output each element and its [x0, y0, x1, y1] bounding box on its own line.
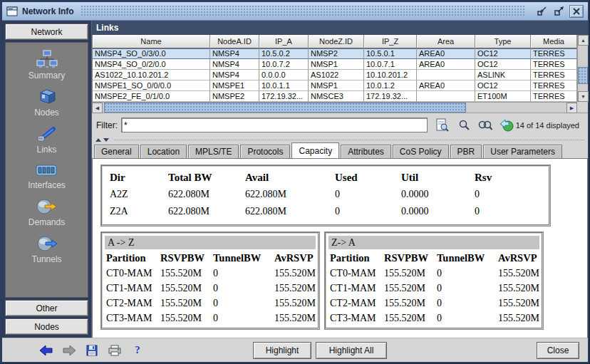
- cell-name[interactable]: NMSPE1_SO_0/0/0.0: [93, 80, 210, 91]
- cell-name[interactable]: AS1022_10.10.201.2: [93, 70, 210, 80]
- tab-mplste[interactable]: MPLS/TE: [188, 145, 239, 158]
- highlight-button[interactable]: Highlight: [253, 342, 311, 359]
- filter-input[interactable]: [121, 118, 428, 132]
- column-header-media[interactable]: Media: [531, 35, 577, 48]
- cell-ipz[interactable]: 10.5.0.1: [364, 48, 417, 59]
- horizontal-scroll-thumb[interactable]: [104, 103, 466, 113]
- tab-capacity[interactable]: Capacity: [291, 142, 339, 158]
- split-divider[interactable]: [92, 137, 588, 142]
- cell-area[interactable]: AREA0: [417, 80, 475, 91]
- column-header-type[interactable]: Type: [475, 35, 531, 48]
- search-button[interactable]: [456, 118, 472, 132]
- forward-button[interactable]: [62, 344, 76, 357]
- cell-name[interactable]: NMSPE2_FE_0/1/0.0: [93, 91, 210, 102]
- sidebar-item-summary[interactable]: Summary: [29, 50, 65, 80]
- highlight-all-button[interactable]: Highlight All: [316, 342, 387, 359]
- table-row[interactable]: NMSP4_SO_0/2/0.0 NMSP4 10.0.7.2 NMSP1 10…: [93, 59, 577, 70]
- vertical-scroll-thumb[interactable]: [578, 67, 588, 84]
- cell-ipz[interactable]: 10.10.201.2: [364, 70, 417, 80]
- table-row[interactable]: NMSP4_SO_0/3/0.0 NMSP4 10.5.0.2 NMSP2 10…: [93, 48, 577, 59]
- cell-nodez[interactable]: NMSP2: [309, 48, 364, 59]
- cell-type[interactable]: OC12: [475, 80, 531, 91]
- cell-name[interactable]: NMSP4_SO_0/3/0.0: [93, 48, 210, 59]
- help-button[interactable]: ?: [130, 344, 145, 357]
- cell-area[interactable]: [417, 70, 475, 80]
- vertical-scroll-track[interactable]: [578, 46, 588, 91]
- expand-up-icon[interactable]: [95, 138, 101, 142]
- vertical-scrollbar[interactable]: ▲ ▼: [577, 35, 588, 102]
- sidebar-item-demands[interactable]: Demands: [29, 198, 65, 227]
- cell-nodea[interactable]: NMSP4: [210, 48, 259, 59]
- scroll-right-button[interactable]: ▶: [566, 103, 577, 113]
- cell-type[interactable]: ASLINK: [475, 70, 531, 80]
- cell-nodez[interactable]: NMSP1: [309, 80, 364, 91]
- column-header-nodea[interactable]: NodeA.ID: [210, 35, 259, 48]
- table-row[interactable]: NMSPE1_SO_0/0/0.0 NMSPE1 10.0.1.1 NMSP1 …: [93, 80, 577, 91]
- tab-protocols[interactable]: Protocols: [240, 145, 290, 158]
- cell-ipa[interactable]: 10.5.0.2: [259, 48, 309, 59]
- column-header-ipa[interactable]: IP_A: [259, 35, 309, 48]
- horizontal-scroll-track[interactable]: [103, 103, 566, 113]
- close-window-button[interactable]: [569, 5, 584, 18]
- cell-ipa[interactable]: 172.19.32...: [259, 91, 309, 102]
- sidebar-item-links[interactable]: Links: [36, 125, 58, 155]
- cell-ipa[interactable]: 10.0.1.1: [259, 80, 309, 91]
- other-category-button[interactable]: Other: [5, 300, 88, 316]
- column-header-name[interactable]: Name: [93, 35, 210, 48]
- cell-media[interactable]: TERRES: [531, 91, 577, 102]
- cell-ipa[interactable]: 10.0.7.2: [259, 59, 309, 70]
- cell-nodea[interactable]: NMSPE1: [210, 80, 259, 91]
- tab-user-parameters[interactable]: User Parameters: [483, 145, 562, 158]
- collapse-down-icon[interactable]: [103, 138, 109, 142]
- cell-nodea[interactable]: NMSPE2: [210, 91, 259, 102]
- sidebar-item-tunnels[interactable]: Tunnels: [31, 235, 61, 264]
- cell-media[interactable]: TERRES: [531, 80, 577, 91]
- close-button[interactable]: Close: [537, 342, 579, 359]
- cell-area[interactable]: AREA0: [417, 59, 475, 70]
- cell-media[interactable]: TERRES: [531, 59, 577, 70]
- cell-name[interactable]: NMSP4_SO_0/2/0.0: [93, 59, 210, 70]
- locate-on-map-button[interactable]: [499, 118, 514, 132]
- save-button[interactable]: [85, 344, 99, 357]
- nodes-category-button[interactable]: Nodes: [5, 318, 88, 335]
- cell-nodez[interactable]: AS1022: [309, 70, 364, 80]
- cell-ipz[interactable]: 10.0.1.2: [364, 80, 417, 91]
- cell-nodez[interactable]: NMSCE3: [309, 91, 364, 102]
- network-category-button[interactable]: Network: [5, 24, 88, 40]
- scroll-down-button[interactable]: ▼: [578, 91, 589, 102]
- cell-type[interactable]: OC12: [475, 59, 531, 70]
- scroll-left-button[interactable]: ◀: [92, 103, 103, 113]
- cell-type[interactable]: ET100M: [475, 91, 531, 102]
- sidebar-item-nodes[interactable]: Nodes: [34, 88, 59, 118]
- column-header-area[interactable]: Area: [417, 35, 475, 48]
- table-row[interactable]: NMSPE2_FE_0/1/0.0 NMSPE2 172.19.32... NM…: [93, 91, 577, 102]
- cell-ipa[interactable]: 0.0.0.0: [259, 70, 309, 80]
- cell-type[interactable]: OC12: [475, 48, 531, 59]
- table-row[interactable]: AS1022_10.10.201.2 NMSP4 0.0.0.0 AS1022 …: [93, 70, 577, 80]
- tab-attributes[interactable]: Attributes: [341, 145, 391, 158]
- advanced-filter-button[interactable]: [435, 118, 450, 132]
- cell-area[interactable]: [417, 91, 475, 102]
- column-header-nodez[interactable]: NodeZ.ID: [309, 35, 364, 48]
- maximize-button[interactable]: [552, 5, 566, 18]
- column-header-ipz[interactable]: IP_Z: [364, 35, 417, 48]
- cell-media[interactable]: TERRES: [531, 70, 577, 80]
- title-bar[interactable]: Network Info: [2, 2, 588, 21]
- cell-ipz[interactable]: 172.19.32...: [364, 91, 417, 102]
- cell-area[interactable]: AREA0: [417, 48, 475, 59]
- print-button[interactable]: [108, 344, 122, 357]
- divider-grip[interactable]: [114, 140, 585, 140]
- sidebar-item-interfaces[interactable]: Interfaces: [28, 162, 66, 190]
- scroll-up-button[interactable]: ▲: [578, 35, 589, 46]
- horizontal-scrollbar[interactable]: ◀ ▶: [92, 102, 577, 113]
- cell-nodea[interactable]: NMSP4: [210, 59, 259, 70]
- cell-nodea[interactable]: NMSP4: [210, 70, 259, 80]
- tab-general[interactable]: General: [94, 145, 139, 158]
- tab-location[interactable]: Location: [140, 145, 187, 158]
- search-all-button[interactable]: [477, 118, 493, 132]
- cell-nodez[interactable]: NMSP1: [309, 59, 364, 70]
- cell-media[interactable]: TERRES: [531, 48, 577, 59]
- restore-down-button[interactable]: [535, 5, 549, 18]
- cell-ipz[interactable]: 10.0.7.1: [364, 59, 417, 70]
- tab-pbr[interactable]: PBR: [450, 145, 482, 158]
